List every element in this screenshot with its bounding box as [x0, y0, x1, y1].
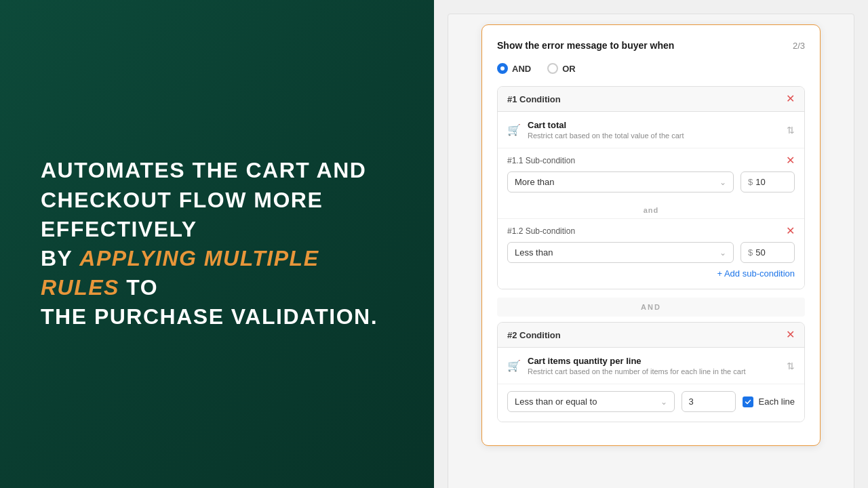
sub-condition-2-1-value[interactable]: 3: [682, 391, 736, 412]
outer-frame: Show the error message to buyer when 2/3…: [448, 14, 854, 488]
sub-condition-1-2-title: #1.2 Sub-condition: [507, 226, 575, 236]
sub-condition-1-2-value[interactable]: $ 50: [741, 242, 795, 263]
condition-2-close[interactable]: ✕: [786, 329, 795, 340]
condition-2-cart-row[interactable]: 🛒 Cart items quantity per line Restrict …: [498, 348, 804, 384]
sub-condition-1-2-row: Less than ⌄ $ 50: [507, 242, 795, 263]
sub-condition-1-1-operator[interactable]: More than ⌄: [507, 171, 734, 192]
radio-and-label: AND: [512, 64, 531, 74]
condition-1-block: #1 Condition ✕ 🛒 Cart total Restrict car…: [497, 86, 805, 289]
condition-1-close[interactable]: ✕: [786, 94, 795, 104]
sub-condition-1-2-close[interactable]: ✕: [786, 226, 795, 237]
each-line-checkbox[interactable]: [743, 396, 753, 407]
sub-condition-1-1-row: More than ⌄ $ 10: [507, 171, 795, 192]
checkbox-row: Each line: [743, 396, 795, 407]
sub-condition-2-1-operator[interactable]: Less than or equal to ⌄: [507, 391, 675, 412]
condition-2-name: Cart items quantity per line: [528, 356, 780, 366]
each-line-label: Each line: [759, 396, 795, 407]
condition-1-desc: Restrict cart based on the total value o…: [528, 131, 780, 140]
radio-and-circle[interactable]: [497, 63, 508, 74]
left-panel: AUTOMATES THE CART AND CHECKOUT FLOW MOR…: [0, 0, 434, 488]
condition-1-cart-row[interactable]: 🛒 Cart total Restrict cart based on the …: [498, 112, 804, 148]
operator-chevron: ⌄: [719, 178, 726, 187]
radio-or-circle[interactable]: [547, 63, 558, 74]
main-card: Show the error message to buyer when 2/3…: [481, 24, 821, 446]
sub-condition-2-1: Less than or equal to ⌄ 3: [498, 384, 804, 422]
condition-1-name: Cart total: [528, 120, 780, 130]
radio-and[interactable]: AND: [497, 63, 531, 74]
condition-separator: AND: [497, 298, 805, 317]
card-header: Show the error message to buyer when 2/3: [497, 40, 805, 51]
sub-condition-1-1-header: #1.1 Sub-condition ✕: [507, 155, 795, 166]
cart-icon: 🛒: [507, 123, 521, 136]
sub-condition-1-2: #1.2 Sub-condition ✕ Less than ⌄ $ 50: [498, 218, 804, 289]
condition-1-header: #1 Condition ✕: [498, 87, 804, 112]
cart-icon-2: 🛒: [507, 359, 521, 372]
sub-condition-1-2-operator[interactable]: Less than ⌄: [507, 242, 734, 263]
add-sub-condition-btn[interactable]: + Add sub-condition: [717, 268, 795, 279]
add-sub-condition-area: + Add sub-condition: [507, 263, 795, 279]
currency-symbol: $: [748, 177, 753, 187]
sub-condition-1-1: #1.1 Sub-condition ✕ More than ⌄ $ 10: [498, 148, 804, 202]
and-separator: and: [498, 202, 804, 218]
condition-2-info: Cart items quantity per line Restrict ca…: [528, 356, 780, 375]
condition-2-chevron[interactable]: ⇅: [787, 361, 795, 371]
condition-2-block: #2 Condition ✕ 🛒 Cart items quantity per…: [497, 322, 805, 422]
left-content: AUTOMATES THE CART AND CHECKOUT FLOW MOR…: [41, 156, 393, 331]
condition-1-chevron[interactable]: ⇅: [787, 125, 795, 136]
sub-condition-2-1-row: Less than or equal to ⌄ 3: [507, 391, 795, 412]
radio-or[interactable]: OR: [547, 63, 576, 74]
operator-2-1-chevron: ⌄: [660, 397, 667, 407]
card-title: Show the error message to buyer when: [497, 40, 674, 51]
currency-symbol-1-2: $: [748, 247, 753, 258]
sub-condition-1-1-close[interactable]: ✕: [786, 155, 795, 166]
sub-condition-1-1-value[interactable]: $ 10: [741, 171, 795, 192]
condition-1-title: #1 Condition: [507, 94, 561, 104]
sub-condition-1-2-header: #1.2 Sub-condition ✕: [507, 226, 795, 237]
checkmark-icon: [745, 399, 751, 405]
progress-indicator: 2/3: [793, 41, 805, 51]
sub-condition-1-1-title: #1.1 Sub-condition: [507, 156, 575, 165]
condition-1-info: Cart total Restrict cart based on the to…: [528, 120, 780, 140]
condition-2-desc: Restrict cart based on the number of ite…: [528, 367, 780, 375]
right-panel: Show the error message to buyer when 2/3…: [434, 0, 868, 488]
radio-group: AND OR: [497, 63, 805, 74]
condition-2-title: #2 Condition: [507, 330, 561, 340]
radio-or-label: OR: [562, 64, 576, 74]
headline: AUTOMATES THE CART AND CHECKOUT FLOW MOR…: [41, 156, 393, 331]
operator-1-2-chevron: ⌄: [719, 248, 726, 258]
condition-2-header: #2 Condition ✕: [498, 323, 804, 348]
